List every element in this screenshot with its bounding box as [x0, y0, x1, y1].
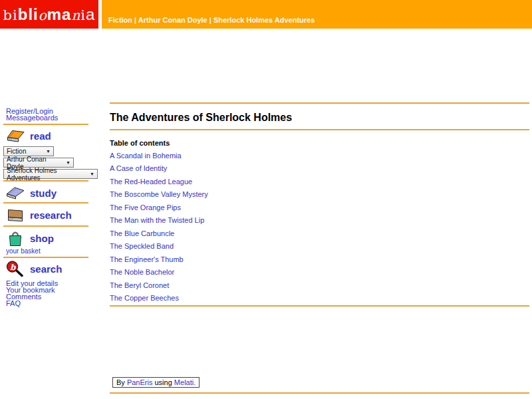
sidebar-link-messageboards[interactable]: Messageboards [6, 114, 106, 121]
credits-middle: using [155, 378, 172, 386]
toc-link[interactable]: The Beryl Coronet [110, 281, 529, 290]
toc-link[interactable]: The Five Orange Pips [110, 203, 529, 212]
toc-link[interactable]: The Man with the Twisted Lip [110, 216, 529, 225]
credits-box: By PanEris using Melati. [112, 377, 200, 388]
search-label: search [30, 263, 62, 275]
toc-link[interactable]: A Scandal in Bohemia [110, 152, 529, 160]
toc-link[interactable]: The Blue Carbuncle [110, 229, 529, 238]
research-label: research [30, 209, 72, 221]
shop-bag-icon [5, 229, 25, 247]
main-content: The Adventures of Sherlock Holmes Table … [110, 102, 529, 394]
content-rule-under-toc [110, 305, 529, 307]
read-label: read [30, 130, 51, 142]
sidebar-divider [3, 257, 88, 258]
sidebar-item-read[interactable]: read [5, 128, 106, 144]
sidebar-item-shop[interactable]: shop [5, 229, 106, 247]
page-title: The Adventures of Sherlock Holmes [110, 112, 529, 124]
sidebar-dropdowns: Fiction ▼ Arthur Conan Doyle ▼ Sherlock … [3, 146, 106, 179]
category-dropdown-value: Fiction [7, 148, 26, 155]
site-logo[interactable]: bibliomania [0, 0, 98, 29]
your-basket-link[interactable]: your basket [6, 247, 106, 255]
melati-link[interactable]: Melati. [174, 378, 196, 386]
sidebar-item-research[interactable]: research [5, 207, 106, 223]
toc-link[interactable]: The Boscombe Valley Mystery [110, 190, 529, 199]
sidebar-link-comments[interactable]: Comments [6, 293, 106, 300]
shop-label: shop [30, 233, 54, 244]
search-magnifier-icon: b [5, 261, 25, 277]
sidebar-item-study[interactable]: study [5, 186, 106, 200]
logo-letter: b [3, 7, 13, 23]
read-book-icon [5, 128, 25, 144]
toc-link[interactable]: The Speckled Band [110, 242, 529, 251]
content-rule-top [110, 102, 529, 104]
chevron-down-icon: ▼ [66, 160, 70, 165]
toc-link[interactable]: The Copper Beeches [110, 294, 529, 303]
research-book-icon [5, 207, 25, 223]
sidebar-link-faq[interactable]: FAQ [6, 300, 106, 307]
toc-link[interactable]: The Red-Headed League [110, 178, 529, 186]
content-rule-under-title [110, 129, 529, 130]
toc-heading: Table of contents [110, 139, 529, 147]
toc-link[interactable]: A Case of Identity [110, 164, 529, 173]
sidebar-top-links: Register/Login Messageboards [0, 102, 106, 121]
chevron-down-icon: ▼ [90, 172, 94, 176]
logo-letter: ma [47, 5, 72, 23]
breadcrumb: Fiction | Arthur Conan Doyle | Sherlock … [108, 16, 315, 24]
logo-letter: a [86, 5, 95, 23]
paneris-link[interactable]: PanEris [127, 378, 153, 386]
logo-letter: i [13, 7, 18, 23]
toc-link[interactable]: The Noble Bachelor [110, 268, 529, 277]
title-dropdown-value: Sherlock Holmes Adventures [7, 167, 86, 182]
sidebar: Register/Login Messageboards read Fictio… [0, 102, 106, 307]
sidebar-divider [3, 124, 88, 125]
study-book-icon [5, 186, 25, 200]
chevron-down-icon: ▼ [46, 149, 51, 154]
logo-letter: bli [18, 5, 39, 23]
logo-letter: i [80, 7, 86, 23]
sidebar-divider [3, 225, 88, 227]
logo-letter: n [71, 7, 80, 23]
sidebar-bottom-links: Edit your details Your bookmark Comments… [0, 280, 106, 307]
logo-letter: o [39, 7, 47, 23]
content-rule-bottom [110, 392, 529, 394]
site-header: bibliomania Fiction | Arthur Conan Doyle… [0, 0, 532, 29]
sidebar-divider [3, 202, 88, 203]
logo-wordmark: bibliomania [3, 5, 96, 24]
toc-link[interactable]: The Engineer's Thumb [110, 255, 529, 264]
credits-prefix: By [116, 378, 125, 386]
table-of-contents: A Scandal in BohemiaA Case of IdentityTh… [110, 152, 529, 303]
title-dropdown[interactable]: Sherlock Holmes Adventures ▼ [3, 169, 98, 179]
sidebar-item-search[interactable]: b search [5, 261, 106, 277]
study-label: study [30, 188, 57, 199]
breadcrumb-bar: Fiction | Arthur Conan Doyle | Sherlock … [102, 0, 532, 29]
